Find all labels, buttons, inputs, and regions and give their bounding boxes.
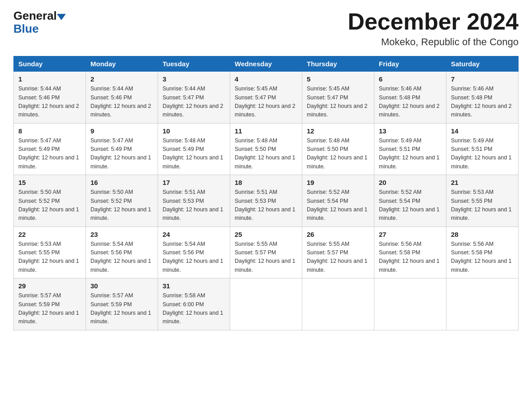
day-info: Sunrise: 5:48 AMSunset: 5:49 PMDaylight:… bbox=[163, 137, 225, 171]
day-info: Sunrise: 5:44 AMSunset: 5:46 PMDaylight:… bbox=[18, 85, 81, 120]
calendar-week-row: 29Sunrise: 5:57 AMSunset: 5:59 PMDayligh… bbox=[14, 278, 519, 330]
day-info: Sunrise: 5:47 AMSunset: 5:49 PMDaylight:… bbox=[18, 137, 81, 171]
table-row: 5Sunrise: 5:45 AMSunset: 5:47 PMDaylight… bbox=[302, 72, 374, 124]
day-info: Sunrise: 5:46 AMSunset: 5:48 PMDaylight:… bbox=[451, 85, 514, 120]
day-number: 22 bbox=[18, 231, 81, 238]
calendar-table: Sunday Monday Tuesday Wednesday Thursday… bbox=[13, 56, 519, 330]
table-row: 10Sunrise: 5:48 AMSunset: 5:49 PMDayligh… bbox=[158, 123, 230, 175]
table-row bbox=[302, 278, 374, 330]
table-row: 19Sunrise: 5:52 AMSunset: 5:54 PMDayligh… bbox=[302, 175, 374, 227]
table-row: 31Sunrise: 5:58 AMSunset: 6:00 PMDayligh… bbox=[158, 278, 230, 330]
day-number: 8 bbox=[18, 127, 81, 135]
day-info: Sunrise: 5:46 AMSunset: 5:48 PMDaylight:… bbox=[379, 85, 442, 120]
page-header: General Blue December 2024 Mokeko, Repub… bbox=[13, 9, 519, 48]
calendar-week-row: 22Sunrise: 5:53 AMSunset: 5:55 PMDayligh… bbox=[14, 227, 519, 278]
logo-general-text: General bbox=[13, 9, 57, 23]
day-number: 29 bbox=[18, 282, 81, 290]
table-row: 1Sunrise: 5:44 AMSunset: 5:46 PMDaylight… bbox=[14, 72, 86, 124]
day-info: Sunrise: 5:51 AMSunset: 5:53 PMDaylight:… bbox=[163, 188, 225, 223]
location-subtitle: Mokeko, Republic of the Congo bbox=[348, 36, 519, 48]
day-number: 31 bbox=[163, 282, 225, 290]
table-row: 20Sunrise: 5:52 AMSunset: 5:54 PMDayligh… bbox=[374, 175, 446, 227]
table-row: 29Sunrise: 5:57 AMSunset: 5:59 PMDayligh… bbox=[14, 278, 86, 330]
day-number: 30 bbox=[90, 282, 153, 290]
day-info: Sunrise: 5:45 AMSunset: 5:47 PMDaylight:… bbox=[235, 85, 297, 120]
day-number: 18 bbox=[235, 179, 297, 186]
table-row: 2Sunrise: 5:44 AMSunset: 5:46 PMDaylight… bbox=[86, 72, 158, 124]
day-number: 15 bbox=[18, 179, 81, 186]
day-number: 1 bbox=[18, 75, 81, 83]
table-row: 15Sunrise: 5:50 AMSunset: 5:52 PMDayligh… bbox=[14, 175, 86, 227]
day-info: Sunrise: 5:52 AMSunset: 5:54 PMDaylight:… bbox=[307, 188, 369, 223]
day-number: 16 bbox=[90, 179, 153, 186]
day-number: 10 bbox=[163, 127, 225, 135]
calendar-header-row: Sunday Monday Tuesday Wednesday Thursday… bbox=[14, 56, 519, 72]
table-row: 25Sunrise: 5:55 AMSunset: 5:57 PMDayligh… bbox=[230, 227, 302, 278]
table-row: 11Sunrise: 5:48 AMSunset: 5:50 PMDayligh… bbox=[230, 123, 302, 175]
col-tuesday: Tuesday bbox=[158, 56, 230, 72]
day-number: 24 bbox=[163, 231, 225, 238]
table-row: 3Sunrise: 5:44 AMSunset: 5:47 PMDaylight… bbox=[158, 72, 230, 124]
day-number: 14 bbox=[451, 127, 514, 135]
table-row: 27Sunrise: 5:56 AMSunset: 5:58 PMDayligh… bbox=[374, 227, 446, 278]
day-info: Sunrise: 5:55 AMSunset: 5:57 PMDaylight:… bbox=[235, 240, 297, 275]
table-row: 8Sunrise: 5:47 AMSunset: 5:49 PMDaylight… bbox=[14, 123, 86, 175]
col-sunday: Sunday bbox=[14, 56, 86, 72]
calendar-week-row: 1Sunrise: 5:44 AMSunset: 5:46 PMDaylight… bbox=[14, 72, 519, 124]
logo-line1: General bbox=[13, 9, 66, 23]
day-number: 19 bbox=[307, 179, 369, 186]
col-friday: Friday bbox=[374, 56, 446, 72]
day-info: Sunrise: 5:56 AMSunset: 5:58 PMDaylight:… bbox=[379, 240, 442, 275]
col-saturday: Saturday bbox=[446, 56, 519, 72]
day-info: Sunrise: 5:50 AMSunset: 5:52 PMDaylight:… bbox=[18, 188, 81, 223]
day-number: 28 bbox=[451, 231, 514, 238]
table-row: 13Sunrise: 5:49 AMSunset: 5:51 PMDayligh… bbox=[374, 123, 446, 175]
day-info: Sunrise: 5:57 AMSunset: 5:59 PMDaylight:… bbox=[18, 291, 81, 326]
col-monday: Monday bbox=[86, 56, 158, 72]
day-number: 11 bbox=[235, 127, 297, 135]
day-info: Sunrise: 5:49 AMSunset: 5:51 PMDaylight:… bbox=[379, 137, 442, 171]
table-row bbox=[230, 278, 302, 330]
logo: General Blue bbox=[13, 9, 66, 36]
day-number: 4 bbox=[235, 75, 297, 83]
svg-marker-0 bbox=[57, 14, 66, 20]
day-info: Sunrise: 5:50 AMSunset: 5:52 PMDaylight:… bbox=[90, 188, 153, 223]
table-row: 4Sunrise: 5:45 AMSunset: 5:47 PMDaylight… bbox=[230, 72, 302, 124]
table-row: 9Sunrise: 5:47 AMSunset: 5:49 PMDaylight… bbox=[86, 123, 158, 175]
day-number: 20 bbox=[379, 179, 442, 186]
day-info: Sunrise: 5:47 AMSunset: 5:49 PMDaylight:… bbox=[90, 137, 153, 171]
day-info: Sunrise: 5:55 AMSunset: 5:57 PMDaylight:… bbox=[307, 240, 369, 275]
logo-blue-text: Blue bbox=[13, 22, 66, 36]
table-row: 30Sunrise: 5:57 AMSunset: 5:59 PMDayligh… bbox=[86, 278, 158, 330]
day-number: 17 bbox=[163, 179, 225, 186]
calendar-week-row: 8Sunrise: 5:47 AMSunset: 5:49 PMDaylight… bbox=[14, 123, 519, 175]
calendar-week-row: 15Sunrise: 5:50 AMSunset: 5:52 PMDayligh… bbox=[14, 175, 519, 227]
month-year-title: December 2024 bbox=[348, 9, 519, 34]
col-thursday: Thursday bbox=[302, 56, 374, 72]
day-number: 27 bbox=[379, 231, 442, 238]
day-info: Sunrise: 5:45 AMSunset: 5:47 PMDaylight:… bbox=[307, 85, 369, 120]
table-row: 22Sunrise: 5:53 AMSunset: 5:55 PMDayligh… bbox=[14, 227, 86, 278]
table-row: 24Sunrise: 5:54 AMSunset: 5:56 PMDayligh… bbox=[158, 227, 230, 278]
table-row: 6Sunrise: 5:46 AMSunset: 5:48 PMDaylight… bbox=[374, 72, 446, 124]
table-row: 7Sunrise: 5:46 AMSunset: 5:48 PMDaylight… bbox=[446, 72, 519, 124]
day-number: 21 bbox=[451, 179, 514, 186]
day-number: 5 bbox=[307, 75, 369, 83]
table-row bbox=[374, 278, 446, 330]
day-number: 12 bbox=[307, 127, 369, 135]
table-row: 17Sunrise: 5:51 AMSunset: 5:53 PMDayligh… bbox=[158, 175, 230, 227]
day-info: Sunrise: 5:54 AMSunset: 5:56 PMDaylight:… bbox=[90, 240, 153, 275]
day-number: 23 bbox=[90, 231, 153, 238]
day-info: Sunrise: 5:53 AMSunset: 5:55 PMDaylight:… bbox=[451, 188, 514, 223]
title-block: December 2024 Mokeko, Republic of the Co… bbox=[348, 9, 519, 48]
day-info: Sunrise: 5:51 AMSunset: 5:53 PMDaylight:… bbox=[235, 188, 297, 223]
table-row: 26Sunrise: 5:55 AMSunset: 5:57 PMDayligh… bbox=[302, 227, 374, 278]
day-number: 25 bbox=[235, 231, 297, 238]
day-info: Sunrise: 5:44 AMSunset: 5:47 PMDaylight:… bbox=[163, 85, 225, 120]
day-info: Sunrise: 5:48 AMSunset: 5:50 PMDaylight:… bbox=[235, 137, 297, 171]
day-info: Sunrise: 5:58 AMSunset: 6:00 PMDaylight:… bbox=[163, 291, 225, 326]
day-number: 2 bbox=[90, 75, 153, 83]
day-info: Sunrise: 5:57 AMSunset: 5:59 PMDaylight:… bbox=[90, 291, 153, 326]
logo-arrow-icon bbox=[57, 9, 66, 23]
day-number: 26 bbox=[307, 231, 369, 238]
